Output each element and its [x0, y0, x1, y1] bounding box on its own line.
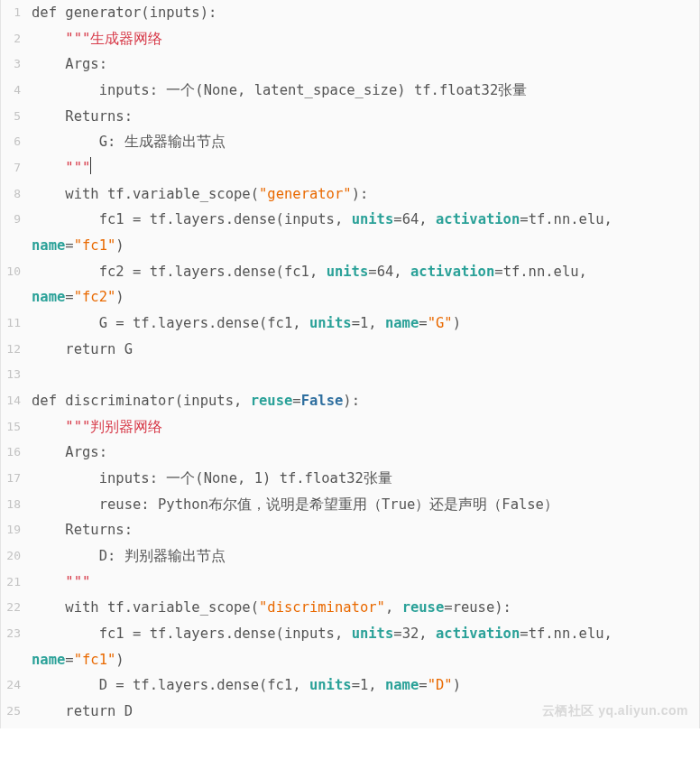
line-number: 7	[1, 155, 26, 179]
code-content: return G	[26, 337, 699, 363]
code-content: def discriminator(inputs, reuse=False):	[26, 388, 699, 414]
code-line: name="fc1")	[1, 233, 699, 259]
code-line: 1def generator(inputs):	[1, 0, 699, 26]
code-token: inputs: 一个(None, latent_space_size) tf.f…	[32, 82, 527, 98]
code-content: """生成器网络	[26, 26, 699, 52]
code-token: Returns:	[32, 522, 133, 538]
code-token: )	[453, 315, 461, 331]
line-number: 22	[1, 595, 26, 618]
code-line: 12 return G	[1, 337, 699, 363]
code-line: 20 D: 判别器输出节点	[1, 543, 699, 570]
line-number: 19	[1, 517, 26, 541]
code-token: =1,	[352, 677, 385, 693]
code-content: fc1 = tf.layers.dense(inputs, units=64, …	[26, 207, 699, 233]
code-token: )	[115, 652, 124, 668]
code-token: activation	[436, 626, 520, 642]
code-token: ,	[385, 599, 402, 616]
code-content: def generator(inputs):	[26, 0, 699, 26]
code-token: "D"	[428, 677, 453, 693]
code-token: "fc1"	[74, 652, 116, 668]
line-number: 25	[1, 699, 26, 722]
code-token: units	[309, 315, 352, 331]
code-token: =	[65, 652, 73, 668]
line-number: 16	[1, 440, 26, 463]
code-token: name	[32, 652, 65, 668]
code-token: with tf.variable_scope(	[32, 599, 259, 616]
code-token: "fc2"	[74, 289, 116, 305]
code-token: return D	[32, 703, 133, 719]
code-token: activation	[410, 264, 494, 280]
code-token: =	[65, 237, 73, 254]
code-token: =tf.nn.elu,	[520, 626, 621, 642]
code-content: """	[26, 155, 699, 181]
code-line: 18 reuse: Python布尔值，说明是希望重用（True）还是声明（Fa…	[1, 492, 699, 518]
code-token: "fc1"	[74, 237, 116, 254]
code-token: units	[309, 677, 352, 693]
code-token	[32, 31, 65, 47]
code-token: units	[352, 626, 394, 642]
line-number: 13	[1, 362, 26, 385]
code-line: 25 return D	[1, 699, 699, 725]
code-token: =32,	[393, 626, 436, 642]
code-content: D = tf.layers.dense(fc1, units=1, name="…	[26, 672, 699, 699]
code-line: 21 """	[1, 570, 699, 596]
code-token: reuse: Python布尔值，说明是希望重用（True）还是声明（False…	[32, 496, 558, 513]
line-number: 8	[1, 181, 26, 205]
line-number	[1, 284, 26, 286]
code-token: )	[115, 237, 124, 254]
code-token: ):	[352, 186, 369, 202]
code-token: =64,	[393, 211, 436, 227]
code-token: ""	[74, 574, 91, 590]
code-token	[32, 574, 65, 590]
code-token: =tf.nn.elu,	[494, 264, 595, 280]
line-number: 17	[1, 466, 26, 489]
code-content: fc2 = tf.layers.dense(fc1, units=64, act…	[26, 259, 699, 285]
code-line: 8 with tf.variable_scope("generator"):	[1, 181, 699, 208]
code-token: fc2 = tf.layers.dense(fc1,	[32, 264, 327, 280]
code-line: 15 """判别器网络	[1, 414, 699, 440]
code-content: inputs: 一个(None, 1) tf.float32张量	[26, 466, 699, 492]
code-token: name	[385, 315, 419, 331]
code-content: reuse: Python布尔值，说明是希望重用（True）还是声明（False…	[26, 492, 699, 518]
code-line: 19 Returns:	[1, 517, 699, 543]
code-content: Returns:	[26, 104, 699, 130]
code-block: 1def generator(inputs):2 """生成器网络3 Args:…	[0, 0, 700, 728]
code-token: G: 生成器输出节点	[32, 134, 226, 150]
code-token: with tf.variable_scope(	[32, 186, 259, 202]
code-content: inputs: 一个(None, latent_space_size) tf.f…	[26, 78, 699, 104]
line-number: 6	[1, 129, 26, 153]
line-number: 23	[1, 621, 26, 644]
code-token: Args:	[32, 56, 107, 72]
code-token: name	[32, 237, 65, 254]
code-token	[32, 160, 65, 176]
code-content: name="fc1")	[26, 647, 699, 673]
code-content: D: 判别器输出节点	[26, 543, 699, 570]
line-number: 5	[1, 104, 26, 127]
code-token: units	[352, 211, 394, 227]
code-token: "	[65, 160, 73, 176]
line-number: 9	[1, 207, 26, 230]
code-token: D: 判别器输出节点	[32, 548, 226, 564]
code-line: 14def discriminator(inputs, reuse=False)…	[1, 388, 699, 414]
code-token: ""	[74, 160, 91, 176]
code-token: def discriminator(inputs,	[32, 393, 251, 409]
code-content: with tf.variable_scope("generator"):	[26, 181, 699, 208]
code-token: name	[32, 289, 65, 305]
code-token: reuse	[251, 393, 293, 409]
code-token: =	[419, 315, 427, 331]
code-content: G: 生成器输出节点	[26, 129, 699, 155]
code-token: =tf.nn.elu,	[520, 211, 621, 227]
line-number: 3	[1, 51, 26, 75]
code-content: fc1 = tf.layers.dense(inputs, units=32, …	[26, 621, 699, 647]
code-token: =64,	[368, 264, 410, 280]
code-token	[32, 366, 40, 383]
code-token: "	[65, 574, 73, 590]
line-number: 14	[1, 388, 26, 412]
code-token: "discriminator"	[259, 599, 385, 616]
code-viewer: 1def generator(inputs):2 """生成器网络3 Args:…	[0, 0, 700, 728]
code-token: """生成器网络	[65, 31, 162, 47]
code-line: name="fc2")	[1, 284, 699, 310]
line-number: 11	[1, 310, 26, 334]
code-line: 23 fc1 = tf.layers.dense(inputs, units=3…	[1, 621, 699, 647]
code-line: 11 G = tf.layers.dense(fc1, units=1, nam…	[1, 310, 699, 337]
